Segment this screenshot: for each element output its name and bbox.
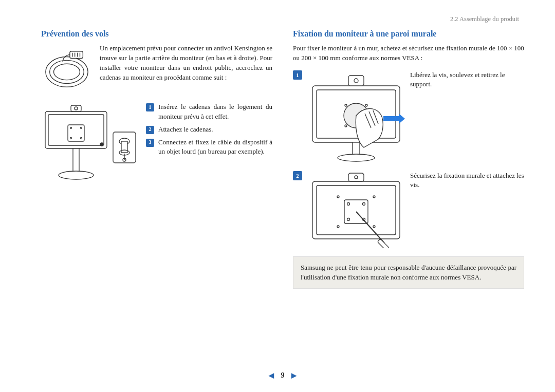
page-number: 9 (281, 371, 285, 379)
svg-marker-39 (399, 114, 405, 124)
svg-rect-44 (348, 173, 364, 181)
left-step: 2 Attachez le cadenas. (146, 125, 272, 135)
remove-stand-icon (307, 70, 405, 163)
cable-lock-icon (42, 44, 92, 95)
svg-rect-3 (70, 51, 83, 59)
wall-step: 2 (293, 171, 524, 248)
left-column: Prévention des vols (41, 29, 272, 289)
step-number-badge: 3 (146, 139, 154, 147)
step-number-badge: 2 (293, 171, 302, 180)
svg-rect-22 (121, 141, 127, 153)
pager: ◀ 9 ▶ (41, 371, 524, 380)
remove-stand-figure (307, 70, 405, 163)
next-page-arrow[interactable]: ▶ (291, 371, 297, 380)
prev-page-arrow[interactable]: ◀ (269, 371, 274, 380)
svg-point-41 (338, 154, 375, 161)
svg-rect-10 (71, 105, 81, 111)
warning-note: Samsung ne peut être tenu pour responsab… (293, 256, 524, 289)
svg-point-18 (59, 171, 94, 179)
right-column: Fixation du moniteur à une paroi murale … (293, 29, 524, 289)
svg-rect-17 (73, 148, 79, 173)
svg-point-0 (46, 57, 88, 87)
step-number-badge: 2 (146, 126, 154, 134)
svg-point-19 (100, 143, 103, 146)
svg-rect-56 (377, 239, 389, 248)
attach-mount-figure (307, 171, 405, 248)
header-section-label: 2.2 Assemblage du produit (41, 15, 524, 23)
step-number-badge: 1 (146, 103, 154, 111)
svg-rect-28 (348, 76, 364, 86)
attach-mount-icon (307, 171, 405, 248)
monitor-back-icon (41, 102, 139, 190)
left-step-text: Insérez le cadenas dans le logement du m… (158, 102, 272, 122)
step-number-badge: 1 (293, 70, 302, 80)
left-step-text: Connectez et fixez le câble du dispositi… (158, 138, 272, 157)
cable-lock-figure (41, 44, 92, 95)
left-intro-text: Un emplacement prévu pour connecter un a… (100, 44, 272, 95)
svg-point-2 (54, 64, 80, 80)
left-steps: 1 Insérez le cadenas dans le logement du… (146, 102, 272, 190)
left-step-text: Attachez le cadenas. (158, 125, 272, 135)
right-heading: Fixation du moniteur à une paroi murale (293, 29, 524, 39)
monitor-back-figure (41, 102, 139, 190)
right-intro-text: Pour fixer le moniteur à un mur, achetez… (293, 44, 524, 63)
svg-rect-40 (353, 142, 360, 156)
wall-step: 1 (293, 70, 524, 163)
wall-step-text: Sécurisez la fixation murale et attachez… (410, 171, 524, 248)
left-heading: Prévention des vols (41, 29, 272, 39)
wall-step-text: Libérez la vis, soulevez et retirez le s… (410, 70, 524, 163)
left-step: 3 Connectez et fixez le câble du disposi… (146, 138, 272, 157)
left-step: 1 Insérez le cadenas dans le logement du… (146, 102, 272, 122)
